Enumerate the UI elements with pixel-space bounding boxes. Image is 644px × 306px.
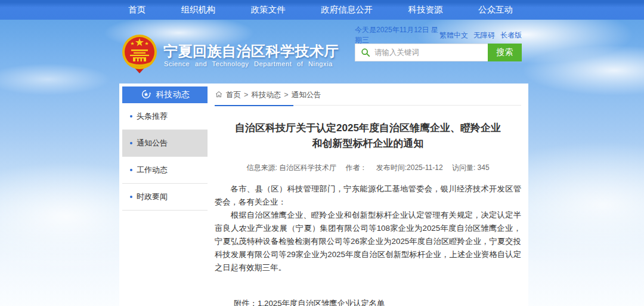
site-subtitle-en: Science and Technology Department of Nin… — [164, 60, 324, 67]
national-emblem-icon — [121, 34, 158, 75]
breadcrumb-separator: > — [284, 91, 288, 99]
nav-item-gov-info[interactable]: 政府信息公开 — [315, 0, 379, 20]
meta-visits: 访问量: 345 — [452, 163, 490, 172]
breadcrumb: 首页 > 科技动态 > 通知公告 — [215, 88, 521, 101]
breadcrumb-section[interactable]: 科技动态 — [251, 90, 281, 100]
meta-author: 作者： — [345, 163, 367, 172]
sidebar: 科技动态 头条推荐 通知公告 工作动态 时政要闻 — [122, 86, 208, 211]
article-meta: 信息来源: 自治区科学技术厅 作者： 发布时间:2025-11-12 访问量: … — [215, 163, 521, 173]
attachments: 附件： 1.2025年度自治区雏鹰企业认定名单 2.2025年度自治区瞪羚企业认… — [215, 296, 521, 306]
sidebar-item-label: 时政要闻 — [137, 191, 168, 202]
home-icon — [215, 90, 223, 100]
link-elder-version[interactable]: 长者版 — [500, 30, 522, 41]
nav-item-interaction[interactable]: 公众互动 — [472, 0, 519, 20]
article-area: 首页 > 科技动态 > 通知公告 自治区科技厅关于认定2025年度自治区雏鹰企业… — [215, 88, 521, 306]
sidebar-item-label: 工作动态 — [137, 165, 168, 175]
sidebar-item-label: 通知公告 — [137, 138, 168, 149]
search-input[interactable] — [374, 45, 488, 60]
breadcrumb-separator: > — [244, 91, 248, 99]
bullet-dot — [130, 142, 132, 144]
bullet-dot — [130, 196, 132, 198]
page: 首页 组织机构 政策文件 政府信息公开 科技资源 公众互动 宁 — [0, 0, 644, 306]
article-paragraph: 各市、县（区）科技管理部门，宁东能源化工基地管委会，银川经济技术开发区管委会，各… — [215, 183, 521, 209]
attachments-label: 附件： — [234, 296, 258, 306]
attachments-list: 1.2025年度自治区雏鹰企业认定名单 2.2025年度自治区瞪羚企业认定名单 … — [258, 296, 408, 306]
nav-item-organization[interactable]: 组织机构 — [175, 0, 221, 20]
bullet-dot — [130, 115, 132, 118]
search-button[interactable]: 搜索 — [488, 44, 522, 61]
meta-publish-time: 发布时间:2025-11-12 — [376, 163, 443, 172]
sidebar-header: 科技动态 — [122, 86, 208, 103]
article-body: 各市、县（区）科技管理部门，宁东能源化工基地管委会，银川经济技术开发区管委会，各… — [215, 183, 521, 274]
article-paragraph: 根据自治区雏鹰企业、瞪羚企业和创新型标杆企业认定管理有关规定，决定认定半亩良人农… — [215, 209, 521, 274]
nav-menu: 首页 组织机构 政策文件 政府信息公开 科技资源 公众互动 — [122, 0, 519, 20]
search-icon — [355, 48, 374, 57]
topbar-links: 繁體中文 无障碍 长者版 — [439, 30, 522, 41]
sidebar-item-headlines[interactable]: 头条推荐 — [122, 103, 208, 130]
breadcrumb-home[interactable]: 首页 — [226, 90, 241, 100]
sidebar-item-work-news[interactable]: 工作动态 — [122, 157, 208, 184]
nav-item-resources[interactable]: 科技资源 — [402, 0, 449, 20]
search-bar: 搜索 — [355, 44, 522, 61]
attachment-link-1[interactable]: 1.2025年度自治区雏鹰企业认定名单 — [258, 296, 408, 306]
article-title: 自治区科技厅关于认定2025年度自治区雏鹰企业、瞪羚企业 和创新型标杆企业的通知 — [215, 120, 521, 152]
bullet-dot — [130, 169, 132, 171]
link-accessibility[interactable]: 无障碍 — [473, 30, 495, 41]
breadcrumb-current[interactable]: 通知公告 — [292, 90, 321, 100]
breadcrumb-divider — [215, 105, 521, 106]
sidebar-item-notices[interactable]: 通知公告 — [122, 130, 208, 157]
nav-item-home[interactable]: 首页 — [122, 0, 151, 20]
current-date-text: 今天是2025年11月12日 星期三 — [355, 25, 439, 45]
article-title-line: 自治区科技厅关于认定2025年度自治区雏鹰企业、瞪羚企业 — [215, 120, 521, 136]
content-panel: 科技动态 头条推荐 通知公告 工作动态 时政要闻 — [119, 84, 528, 306]
link-traditional-chinese[interactable]: 繁體中文 — [439, 30, 468, 41]
nav-item-policy[interactable]: 政策文件 — [245, 0, 292, 20]
topbar: 今天是2025年11月12日 星期三 繁體中文 无障碍 长者版 — [355, 30, 522, 40]
sidebar-title: 科技动态 — [156, 89, 190, 100]
site-title: 宁夏回族自治区科学技术厅 — [163, 42, 336, 61]
top-navigation: 首页 组织机构 政策文件 政府信息公开 科技资源 公众互动 — [0, 0, 644, 20]
article-title-line: 和创新型标杆企业的通知 — [215, 136, 521, 152]
sidebar-item-politics-news[interactable]: 时政要闻 — [122, 184, 208, 211]
meta-source: 信息来源: 自治区科学技术厅 — [246, 163, 336, 172]
sidebar-item-label: 头条推荐 — [137, 111, 168, 122]
star-circle-icon — [141, 89, 151, 101]
